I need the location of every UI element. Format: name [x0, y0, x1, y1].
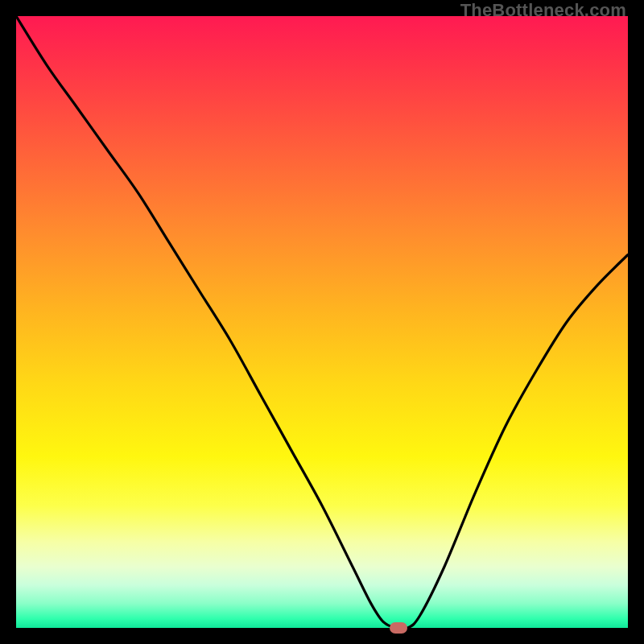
- plot-area: [16, 16, 628, 628]
- optimal-point-marker: [390, 622, 407, 634]
- bottleneck-curve: [16, 16, 628, 628]
- chart-frame: TheBottleneck.com: [0, 0, 644, 644]
